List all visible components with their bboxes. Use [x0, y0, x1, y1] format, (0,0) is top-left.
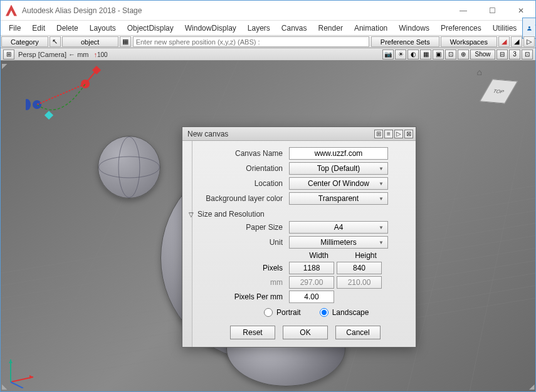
minimize-button[interactable]: — [449, 1, 478, 21]
ok-button[interactable]: OK [283, 326, 328, 339]
height-header: Height [342, 251, 389, 260]
object-button[interactable]: object [62, 36, 118, 47]
new-canvas-dialog: New canvas ⊞ ≡ ▷ ⊠ Canvas Name Orientati… [182, 126, 416, 348]
width-header: Width [295, 251, 342, 260]
category-button[interactable]: Category [1, 36, 48, 47]
menu-edit[interactable]: Edit [26, 22, 51, 34]
vp-sel-icon[interactable]: ▣ [433, 49, 444, 59]
vp-number[interactable]: 3 [509, 49, 520, 59]
unit-label: Unit [201, 238, 289, 247]
vp-target-icon[interactable]: ⊕ [458, 49, 469, 59]
menu-windowdisplay[interactable]: WindowDisplay [179, 22, 242, 34]
menu-preferences[interactable]: Preferences [435, 22, 487, 34]
dialog-titlebar[interactable]: New canvas ⊞ ≡ ▷ ⊠ [182, 127, 416, 141]
canvas-name-label: Canvas Name [201, 149, 289, 158]
menu-objectdisplay[interactable]: ObjectDisplay [122, 22, 179, 34]
orientation-dropdown[interactable]: Top (Default) [289, 162, 388, 175]
viewport-header: ⊞ Persp [Camera] ← mm ↑100 📷 ☀ ◐ ▦ ▣ ⊡ ⊕… [1, 48, 535, 61]
preference-sets-button[interactable]: Preference Sets [371, 36, 439, 47]
person-icon [527, 24, 532, 32]
command-input[interactable] [133, 36, 369, 47]
pin-icon[interactable]: ◢ [511, 36, 522, 47]
dialog-pin-icon[interactable]: ⊞ [374, 130, 383, 138]
menu-utilities[interactable]: Utilities [487, 22, 523, 34]
menu-bar: File Edit Delete Layouts ObjectDisplay W… [1, 21, 535, 36]
landscape-radio[interactable]: Landscape [320, 308, 369, 317]
dialog-close-icon[interactable]: ⊠ [404, 130, 413, 138]
svg-point-0 [528, 26, 530, 28]
vp-layout2-icon[interactable]: ⊟ [497, 49, 508, 59]
command-toolbar: Category ↖ object ▦ Preference Sets Work… [1, 36, 535, 48]
menu-animation[interactable]: Animation [349, 22, 393, 34]
menu-canvas[interactable]: Canvas [276, 22, 313, 34]
pixels-height-field[interactable]: 840 [337, 262, 382, 274]
corner-sw-icon[interactable]: ◣ [2, 383, 7, 391]
pointer-icon[interactable]: ↖ [50, 36, 61, 47]
overflow-icon[interactable]: ▷ [523, 36, 535, 47]
axis-arc-icon [37, 84, 85, 110]
mm-label: mm [201, 278, 289, 287]
axis-z-handle-icon[interactable] [45, 111, 53, 120]
vp-light-icon[interactable]: ☀ [395, 49, 406, 59]
svg-line-20 [37, 84, 85, 105]
vp-max-icon[interactable]: ⊡ [522, 49, 533, 59]
pixels-width-field[interactable]: 1188 [289, 262, 334, 274]
location-dropdown[interactable]: Center Of Window [289, 177, 388, 190]
menu-layers[interactable]: Layers [242, 22, 276, 34]
canvas-name-input[interactable] [289, 147, 388, 160]
collapse-arrow-icon: ▽ [189, 211, 194, 218]
signin-button[interactable]: Sign In ▼ [522, 18, 536, 39]
dialog-title: New canvas [187, 130, 373, 138]
bgcolor-dropdown[interactable]: Transparent [289, 192, 388, 205]
window-title: Autodesk Alias Design 2018 - Stage [22, 6, 449, 15]
vp-camera-icon[interactable]: 📷 [382, 49, 394, 59]
show-button[interactable]: Show [470, 49, 495, 59]
menu-layouts[interactable]: Layouts [84, 22, 122, 34]
home-icon[interactable]: ⌂ [477, 67, 482, 77]
vp-grid-icon[interactable]: ▦ [420, 49, 431, 59]
papersize-dropdown[interactable]: A4 [289, 221, 388, 234]
corner-se-icon[interactable]: ◢ [529, 383, 534, 391]
reset-button[interactable]: Reset [230, 326, 275, 339]
dialog-play-icon[interactable]: ▷ [394, 130, 403, 138]
layout-icon[interactable]: ⊞ [3, 49, 14, 59]
maximize-button[interactable]: ☐ [478, 1, 507, 21]
vp-frame-icon[interactable]: ⊡ [445, 49, 456, 59]
papersize-label: Paper Size [201, 223, 289, 232]
pin-red-icon[interactable]: ◢ [498, 36, 510, 47]
menu-windows[interactable]: Windows [393, 22, 435, 34]
axis-triad-icon [4, 351, 42, 388]
portrait-radio[interactable]: Portrait [264, 308, 301, 317]
menu-render[interactable]: Render [313, 22, 349, 34]
dialog-list-icon[interactable]: ≡ [384, 130, 393, 138]
cancel-button[interactable]: Cancel [335, 326, 381, 339]
menu-file[interactable]: File [3, 22, 26, 34]
mm-width-field[interactable]: 297.00 [289, 276, 334, 289]
svg-marker-24 [9, 359, 13, 363]
prompt-icon: ▦ [120, 36, 131, 47]
axis-up-icon: ↑100 [93, 51, 107, 58]
ppm-label: Pixels Per mm [201, 292, 289, 301]
ppm-field[interactable]: 4.00 [289, 291, 334, 303]
app-logo-icon [6, 5, 17, 16]
corner-nw-icon[interactable]: ◤ [2, 62, 7, 70]
bgcolor-label: Background layer color [201, 194, 289, 203]
unit-dropdown[interactable]: Millimeters [289, 236, 388, 249]
axis-x-end-icon[interactable] [26, 99, 31, 110]
size-section-header[interactable]: ▽ Size and Resolution [189, 210, 409, 219]
workspaces-button[interactable]: Workspaces [441, 36, 497, 47]
pixels-label: Pixels [201, 264, 289, 272]
sphere-small[interactable] [98, 136, 160, 199]
location-label: Location [201, 179, 289, 188]
svg-line-25 [11, 382, 23, 388]
mm-height-field[interactable]: 210.00 [337, 276, 382, 289]
window-titlebar: Autodesk Alias Design 2018 - Stage — ☐ ✕ [1, 1, 535, 21]
svg-marker-22 [29, 375, 33, 379]
3d-viewport[interactable]: ⌂ TOP ◤ ◣ ◢ New canvas ⊞ ≡ ▷ ⊠ Canvas Na… [1, 61, 535, 392]
svg-line-17 [407, 61, 488, 391]
orientation-label: Orientation [201, 164, 289, 173]
manipulator-gizmo[interactable] [26, 62, 132, 137]
svg-line-19 [85, 70, 97, 84]
menu-delete[interactable]: Delete [51, 22, 84, 34]
vp-shade-icon[interactable]: ◐ [407, 49, 419, 59]
